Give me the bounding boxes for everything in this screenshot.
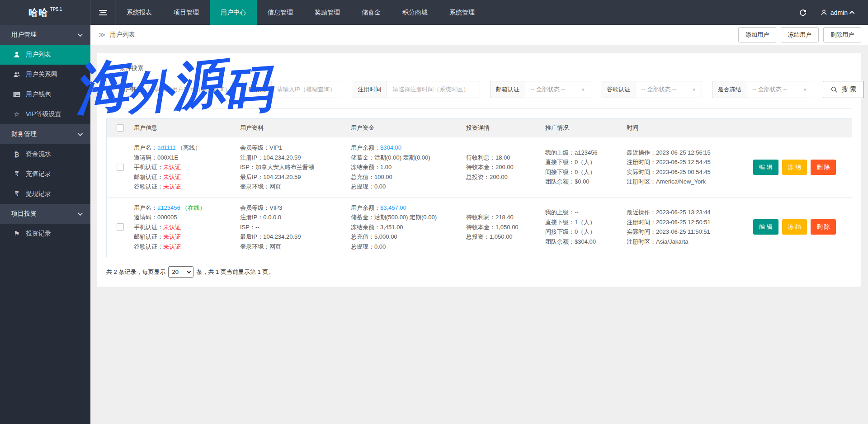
nav-item-user-center[interactable]: 用户中心 xyxy=(210,0,257,25)
column-header-promotion: 推广情况 xyxy=(545,124,627,132)
field-value: 未认证 xyxy=(163,243,181,250)
user-table: 用户信息 用户资料 用户资金 投资详情 推广情况 时间 用户名：ad1111 （… xyxy=(106,118,852,257)
sidebar-item-withdraw-records[interactable]: ₹ 提现记录 xyxy=(0,184,90,204)
refresh-icon[interactable] xyxy=(799,9,807,17)
delete-user-button[interactable]: 删除用户 xyxy=(823,27,861,42)
email-cert-filter-label: 邮箱认证 xyxy=(491,81,525,98)
sidebar-group-project-invest[interactable]: 项目投资 xyxy=(0,204,90,224)
reg-time-filter-group: 注册时间 请选择注册时间（系统时区） xyxy=(352,81,480,98)
freeze-user-button[interactable]: 冻结用户 xyxy=(781,27,819,42)
reg-time-input[interactable]: 请选择注册时间（系统时区） xyxy=(387,81,480,98)
select-all-checkbox[interactable] xyxy=(117,124,124,132)
field-label: 总充值： xyxy=(351,233,374,240)
sidebar-item-label: 用户关系网 xyxy=(26,71,57,79)
app-logo: 哈哈 TP5.1 xyxy=(0,0,90,25)
field-label: 手机认证： xyxy=(134,164,163,170)
sidebar-item-fund-flow[interactable]: ₿ 资金流水 xyxy=(0,144,90,164)
field-value: 200.00 xyxy=(490,174,508,180)
field-label: 最近操作： xyxy=(627,149,656,156)
field-value: 未认证 xyxy=(163,164,181,170)
sidebar-item-invest-records[interactable]: ⚑ 投资记录 xyxy=(0,224,90,244)
bitcoin-icon: ₿ xyxy=(13,151,21,158)
table-row: 用户名：ad1111 （离线） 邀请码：000X1E 手机认证：未认证 邮箱认证… xyxy=(107,137,852,197)
delete-button[interactable]: 删 除 xyxy=(811,160,836,175)
field-value: 网页 xyxy=(269,243,281,250)
field-value: America/New_York xyxy=(656,178,706,185)
field-value: 2023-06-25 11:50:51 xyxy=(656,228,710,235)
delete-button[interactable]: 删 除 xyxy=(811,219,836,235)
breadcrumb-bar: ≫ 用户列表 添加用户 冻结用户 删除用户 xyxy=(90,25,868,45)
edit-button[interactable]: 编 辑 xyxy=(753,219,778,235)
search-button[interactable]: 搜 索 xyxy=(823,81,864,98)
sidebar-item-recharge-records[interactable]: ₹ 充值记录 xyxy=(0,164,90,184)
sidebar-group-user-management[interactable]: 用户管理 xyxy=(0,25,90,45)
nav-item-info[interactable]: 信息管理 xyxy=(257,0,304,25)
field-value: 000X1E xyxy=(157,154,178,161)
pagination-suffix: 条，共 1 页当前显示第 1 页。 xyxy=(196,268,274,276)
ip-search-input[interactable]: 请输入IP（模糊查询） xyxy=(272,81,342,98)
page-size-select[interactable]: 20 xyxy=(168,266,193,278)
nav-item-projects[interactable]: 项目管理 xyxy=(163,0,210,25)
google-cert-select[interactable]: -- 全部状态 -- ▼ xyxy=(636,81,702,98)
username-link[interactable]: a123456 xyxy=(157,204,180,211)
field-label: 待收利息： xyxy=(466,214,495,221)
field-label: 邀请码： xyxy=(134,154,157,161)
admin-menu[interactable]: admin xyxy=(821,9,854,16)
sidebar-item-label: 资金流水 xyxy=(26,150,51,158)
nav-item-points-mall[interactable]: 积分商城 xyxy=(392,0,439,25)
sidebar-item-user-list[interactable]: 用户列表 xyxy=(0,45,90,65)
sidebar-item-user-network[interactable]: 用户关系网 xyxy=(0,65,90,85)
sidebar-item-vip-settings[interactable]: ☆ VIP等级设置 xyxy=(0,104,90,124)
field-value: 未认证 xyxy=(163,174,181,180)
hamburger-icon[interactable] xyxy=(90,0,116,25)
field-value: 0（人） xyxy=(575,228,595,235)
edit-button[interactable]: 编 辑 xyxy=(753,160,778,175)
balance-link[interactable]: $304.00 xyxy=(380,144,401,151)
page-actions: 添加用户 冻结用户 删除用户 xyxy=(738,27,861,42)
nav-item-system[interactable]: 系统管理 xyxy=(439,0,486,25)
field-value: 104.234.20.59 xyxy=(263,174,301,180)
frozen-select[interactable]: -- 全部状态 -- ▼ xyxy=(747,81,813,98)
row-checkbox[interactable] xyxy=(117,164,124,171)
add-user-button[interactable]: 添加用户 xyxy=(738,27,776,42)
field-label: 最近操作： xyxy=(627,209,656,216)
sidebar-group-finance[interactable]: 财务管理 xyxy=(0,124,90,144)
field-label: 总投资： xyxy=(466,174,490,180)
user-funds-cell: 用户余额：$3,457.00 储蓄金：活期(500.00) 定期(0.00) 冻… xyxy=(351,203,466,252)
username-link[interactable]: ad1111 xyxy=(157,144,176,151)
field-label: 谷歌认证： xyxy=(134,183,163,190)
sidebar-item-user-wallet[interactable]: 用户钱包 xyxy=(0,85,90,104)
email-cert-select[interactable]: -- 全部状态 -- ▼ xyxy=(525,81,591,98)
field-label: 用户余额： xyxy=(351,144,380,151)
sidebar-item-label: 投资记录 xyxy=(26,230,51,238)
nav-item-rewards[interactable]: 奖励管理 xyxy=(304,0,351,25)
row-checkbox[interactable] xyxy=(117,223,124,231)
time-cell: 最近操作：2023-06-25 12:56:15 注册时间：2023-06-25… xyxy=(627,148,749,187)
username-input[interactable]: 请输入用户账号（模糊查询） xyxy=(149,81,232,98)
field-value: 0.0.0.0 xyxy=(263,214,281,221)
frozen-selected-value: -- 全部状态 -- xyxy=(753,85,788,94)
table-row: 用户名：a123456 （在线） 邀请码：000005 手机认证：未认证 邮箱认… xyxy=(107,197,852,257)
field-value: 218.40 xyxy=(495,214,514,221)
nav-item-savings[interactable]: 储蓄金 xyxy=(351,0,392,25)
balance-link[interactable]: $3,457.00 xyxy=(380,204,406,211)
logo-version: TP5.1 xyxy=(50,7,62,12)
field-label: ISP： xyxy=(240,224,255,231)
freeze-button[interactable]: 冻 结 xyxy=(782,160,807,175)
dropdown-arrow-icon: ▼ xyxy=(803,87,807,92)
freeze-button[interactable]: 冻 结 xyxy=(782,219,807,235)
chevron-down-icon xyxy=(78,211,83,216)
field-label: 登录环境： xyxy=(240,243,269,250)
online-status: （离线） xyxy=(177,144,201,151)
pagination-prefix: 共 2 条记录，每页显示 xyxy=(106,268,165,276)
sidebar-item-label: 用户钱包 xyxy=(26,90,51,99)
field-label: 待收本金： xyxy=(466,164,495,170)
nav-item-reports[interactable]: 系统报表 xyxy=(116,0,163,25)
field-value: 活期(500.00) 定期(0.00) xyxy=(374,214,437,221)
field-label: 总提现： xyxy=(351,243,374,250)
field-value: 未认证 xyxy=(163,233,181,240)
page: 哈哈 TP5.1 系统报表 项目管理 用户中心 信息管理 奖励管理 储蓄金 积分… xyxy=(0,0,868,424)
field-value: 3,451.00 xyxy=(380,224,403,231)
field-value: 18.00 xyxy=(495,154,510,161)
field-value: 104.234.20.59 xyxy=(263,233,301,240)
